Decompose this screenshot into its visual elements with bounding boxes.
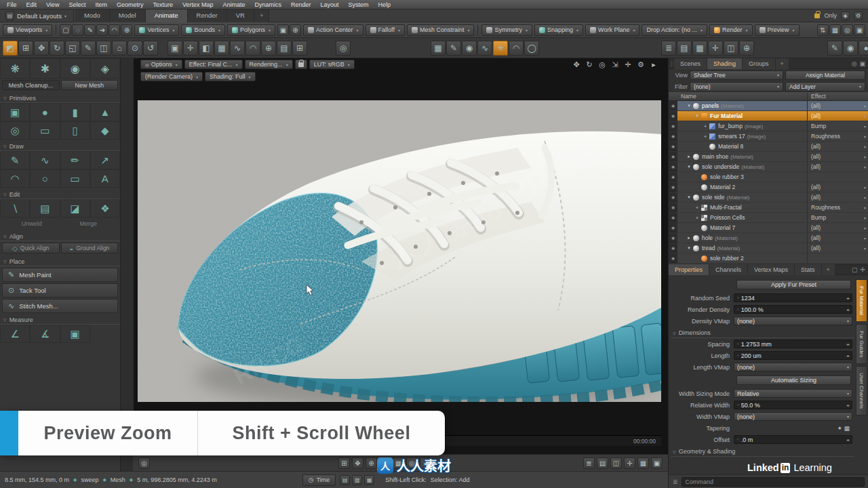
menu-item[interactable]: Dynamics bbox=[250, 0, 287, 9]
effect-value-dropdown[interactable]: (all) bbox=[807, 162, 868, 171]
effect-dropdown[interactable]: Effect: Final C...▾ bbox=[184, 60, 243, 69]
mesh-cleanup-icon[interactable]: ❋ bbox=[0, 58, 30, 79]
fur-edit-icon[interactable]: ✳ bbox=[493, 41, 508, 56]
command-input[interactable]: Command bbox=[682, 477, 865, 487]
ink-icon[interactable]: ◉ bbox=[843, 41, 858, 56]
mirror-icon[interactable]: ◧ bbox=[199, 41, 214, 56]
select-box-icon[interactable]: ▢ bbox=[60, 24, 71, 36]
blend-sphere-icon[interactable]: ● bbox=[859, 41, 868, 56]
circle-tool-icon[interactable]: ○ bbox=[30, 169, 60, 188]
effect-value-dropdown[interactable] bbox=[807, 253, 868, 263]
property-field[interactable]: 1234 bbox=[734, 293, 852, 302]
visibility-eye-icon[interactable]: ◉ bbox=[669, 101, 677, 110]
hauling-tool-icon[interactable]: ◩ bbox=[3, 41, 18, 56]
dimension-measure-icon[interactable]: ∡ bbox=[30, 325, 60, 343]
bridge-tool-icon[interactable]: ❖ bbox=[90, 199, 120, 218]
panel-tab[interactable]: + bbox=[776, 58, 789, 69]
fur-side-tab[interactable]: Fur Material bbox=[856, 279, 867, 322]
property-field[interactable]: (none) bbox=[734, 317, 852, 325]
effect-value-dropdown[interactable] bbox=[807, 172, 868, 182]
menu-item[interactable]: Edit bbox=[22, 0, 42, 9]
search-icon[interactable]: ◎ bbox=[852, 60, 857, 67]
expand-arrow-icon[interactable] bbox=[702, 134, 709, 139]
fit-view-icon[interactable]: ⇲ bbox=[610, 60, 620, 69]
stitch-mesh-tool[interactable]: ∿ Stitch Mesh... bbox=[2, 299, 118, 313]
visibility-eye-icon[interactable]: ◉ bbox=[669, 233, 677, 243]
shader-tree-row[interactable]: ◉ sole rubber 2 bbox=[669, 253, 868, 264]
effect-value-dropdown[interactable]: Bump bbox=[807, 121, 868, 131]
menu-item[interactable]: Animate bbox=[218, 0, 250, 9]
extrude-tool-icon[interactable]: ▤ bbox=[30, 199, 60, 218]
time-button[interactable]: ◷ Time bbox=[302, 474, 336, 486]
axis-icon[interactable]: ✛ bbox=[183, 41, 198, 56]
sketch-tool-icon[interactable]: ✏ bbox=[60, 151, 90, 169]
bounds-mode-button[interactable]: Bounds▾ bbox=[181, 24, 225, 36]
shader-tree-row[interactable]: ◉ tread (Material) (all) bbox=[669, 243, 868, 253]
shading-dropdown[interactable]: Shading: Full▾ bbox=[205, 72, 256, 81]
paint-brush-icon[interactable]: ✎ bbox=[446, 41, 461, 56]
plane-primitive-icon[interactable]: ▭ bbox=[30, 121, 60, 140]
quick-align-button[interactable]: ◇Quick Align bbox=[2, 243, 60, 253]
property-field[interactable]: .0 m bbox=[734, 435, 852, 444]
grid-toggle-icon[interactable]: ▦ bbox=[829, 24, 841, 36]
fur-side-tab[interactable]: Fur Guides bbox=[856, 324, 867, 365]
visibility-eye-icon[interactable]: ◉ bbox=[669, 142, 677, 151]
layer-mini-icon[interactable]: ▤ bbox=[597, 458, 608, 469]
visibility-eye-icon[interactable]: ◉ bbox=[669, 121, 677, 131]
brush-preset-icon[interactable]: ✎ bbox=[827, 41, 842, 56]
reset-tool-icon[interactable]: ↺ bbox=[143, 41, 158, 56]
options-button[interactable]: ▤Options▾ bbox=[140, 60, 182, 69]
property-field[interactable]: 200 um bbox=[734, 351, 852, 360]
split-view-icon[interactable]: ◫ bbox=[724, 41, 738, 56]
only-toggle[interactable]: Only bbox=[824, 12, 837, 19]
settings-gear-icon[interactable]: ⚙ bbox=[854, 12, 863, 20]
layout-tab[interactable]: + bbox=[254, 9, 270, 22]
shader-tree-row[interactable]: ◉ Poisson Cells Bump bbox=[669, 213, 868, 223]
camera-dropdown[interactable]: (Render Camera)▾ bbox=[140, 72, 203, 81]
rendering-dropdown[interactable]: Rendering...▾ bbox=[245, 60, 293, 69]
viewport-settings-gear-icon[interactable]: ⚙ bbox=[636, 60, 646, 69]
action-center-mini-icon[interactable]: ⊕ bbox=[366, 458, 377, 469]
expand-arrow-icon[interactable] bbox=[694, 216, 701, 220]
grid-mini-icon[interactable]: ▦ bbox=[637, 458, 649, 469]
home-view-icon[interactable]: ⌂ bbox=[112, 41, 127, 56]
symmetry-button[interactable]: Symmetry▾ bbox=[481, 24, 532, 36]
mesh-fusion-icon[interactable]: ◉ bbox=[60, 58, 90, 79]
expand-arrow-icon[interactable] bbox=[694, 113, 701, 119]
properties-tab[interactable]: Vertex Maps bbox=[748, 264, 795, 275]
assign-material-button[interactable]: Assign Material bbox=[785, 70, 865, 80]
pin-icon[interactable]: ◈ bbox=[841, 12, 850, 20]
pen-edit-icon[interactable]: ✎ bbox=[81, 41, 96, 56]
workplane-icon[interactable]: ▤ bbox=[277, 41, 292, 56]
new-mesh-button[interactable]: New Mesh bbox=[61, 80, 119, 90]
add-layer-dropdown[interactable]: Add Layer bbox=[785, 82, 865, 92]
mesh-boolean-icon[interactable]: ◈ bbox=[90, 58, 120, 79]
panel-options-icon[interactable]: ▣ bbox=[859, 60, 865, 67]
layout-tab[interactable]: Model bbox=[110, 9, 146, 22]
item-mode-icon[interactable]: ▣ bbox=[277, 24, 289, 36]
property-field[interactable]: (none) bbox=[734, 363, 852, 371]
layout-tab[interactable]: VR bbox=[227, 9, 254, 22]
align-section-header[interactable]: ▽Align bbox=[0, 232, 120, 241]
sculpt-icon[interactable]: ◉ bbox=[462, 41, 477, 56]
cone-primitive-icon[interactable]: ▲ bbox=[90, 103, 120, 121]
command-history-icon[interactable]: ≣ bbox=[673, 479, 678, 485]
smooth-tool-icon[interactable]: ◠ bbox=[509, 41, 524, 56]
tack-tool[interactable]: ⊙ Tack Tool bbox=[2, 283, 118, 298]
angle-measure-icon[interactable]: ∠ bbox=[0, 325, 30, 343]
shader-tree-row[interactable]: ◉ main shoe (Material) (all) bbox=[669, 152, 868, 162]
layout-tab[interactable]: Render bbox=[188, 9, 227, 22]
sphere-primitive-icon[interactable]: ● bbox=[30, 103, 60, 121]
lock-render-button[interactable] bbox=[295, 60, 307, 69]
mesh-ops-icon[interactable]: ✱ bbox=[30, 58, 60, 79]
visibility-eye-icon[interactable]: ◉ bbox=[669, 111, 677, 121]
shader-tree-row[interactable]: ◉ sole side (Material) (all) bbox=[669, 192, 868, 203]
vertices-mode-button[interactable]: Vertices▾ bbox=[134, 24, 179, 36]
unweld-button[interactable]: Unweld bbox=[4, 219, 60, 228]
layer-stack-icon[interactable]: ▤ bbox=[677, 41, 692, 56]
shader-tree-row[interactable]: ◉ Material 7 (all) bbox=[669, 223, 868, 233]
effect-value-dropdown[interactable]: (all) bbox=[807, 152, 868, 161]
grid-view-icon[interactable]: ▦ bbox=[692, 41, 707, 56]
edit-section-header[interactable]: ▽Edit bbox=[0, 190, 120, 199]
slice-tool-icon[interactable]: ∖ bbox=[0, 199, 30, 218]
